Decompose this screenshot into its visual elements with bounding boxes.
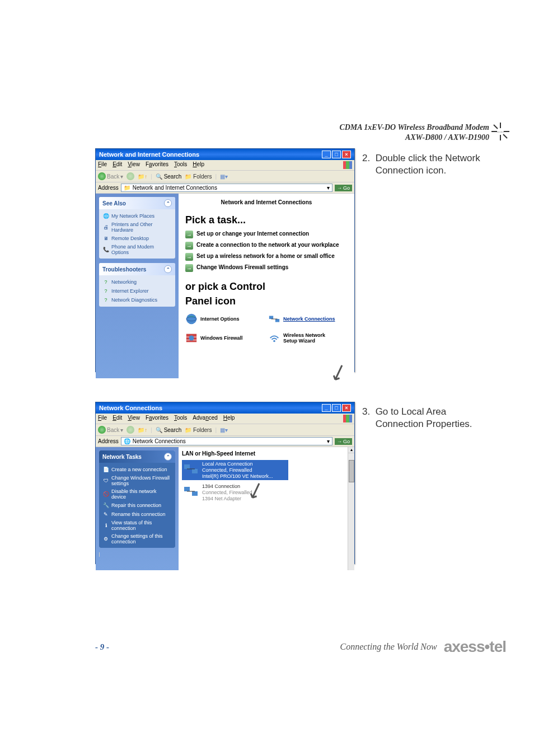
views-button[interactable]: ▦▾ bbox=[220, 427, 228, 433]
connection-device: Intel(R) PRO/100 VE Network... bbox=[202, 473, 273, 480]
sidebar-item-change-settings[interactable]: ⚙Change settings of this connection bbox=[102, 532, 172, 546]
sidebar-item-diagnostics[interactable]: ?Network Diagnostics bbox=[102, 295, 172, 304]
sidebar-scrollbar[interactable] bbox=[99, 552, 106, 557]
minimize-button[interactable]: _ bbox=[322, 151, 331, 158]
local-area-connection-item[interactable]: Local Area Connection Connected, Firewal… bbox=[182, 460, 288, 480]
content-scrollbar[interactable]: ▴ bbox=[348, 447, 354, 570]
sidebar: See Also ⌃ 🌐My Network Places 🖨Printers … bbox=[96, 194, 179, 378]
internet-options-icon[interactable]: Internet Options bbox=[185, 313, 252, 325]
arrow-icon: → bbox=[185, 231, 193, 238]
troubleshooters-header[interactable]: Troubleshooters ⌃ bbox=[99, 263, 175, 275]
folder-icon: 📁 bbox=[124, 185, 130, 191]
sidebar-item-remote[interactable]: 🖥Remote Desktop bbox=[102, 234, 172, 243]
network-connections-icon[interactable]: Network Connections bbox=[268, 313, 335, 325]
sidebar: Network Tasks ⌃ 📄Create a new connection… bbox=[96, 447, 179, 570]
collapse-icon[interactable]: ⌃ bbox=[164, 265, 172, 273]
connection-name: Local Area Connection bbox=[202, 461, 273, 467]
back-button[interactable]: Back ▾ bbox=[98, 426, 123, 434]
folders-button[interactable]: 📁 Folders bbox=[185, 427, 212, 433]
or-pick-heading-2: Panel icon bbox=[185, 295, 348, 308]
see-also-header[interactable]: See Also ⌃ bbox=[99, 197, 175, 209]
scroll-thumb[interactable] bbox=[349, 460, 354, 482]
sidebar-item-repair[interactable]: 🔧Repair this connection bbox=[102, 501, 172, 510]
connection-device: 1394 Net Adapter bbox=[202, 496, 252, 502]
titlebar[interactable]: Network Connections _ □ × bbox=[96, 402, 354, 414]
menu-file[interactable]: File bbox=[98, 415, 107, 422]
1394-connection-item[interactable]: 1394 Connection Connected, Firewalled 13… bbox=[182, 482, 288, 503]
up-button[interactable]: 📁↑ bbox=[138, 427, 147, 433]
sidebar-item-network-places[interactable]: 🌐My Network Places bbox=[102, 212, 172, 220]
wireless-wizard-icon[interactable]: Wireless Network Setup Wizard bbox=[268, 332, 335, 344]
step-2-instruction: 2. Double click the Network Connection i… bbox=[362, 152, 480, 177]
titlebar[interactable]: Network and Internet Connections _ □ × bbox=[96, 149, 354, 160]
task-workplace-connection[interactable]: →Create a connection to the network at y… bbox=[185, 242, 348, 250]
step-2-number: 2. bbox=[362, 153, 370, 163]
go-button[interactable]: → Go bbox=[335, 438, 352, 445]
wireless-icon bbox=[268, 332, 280, 344]
help-icon: ? bbox=[102, 288, 109, 294]
address-input[interactable]: 🌐 Network Connections ▾ bbox=[121, 437, 332, 445]
settings-icon: ⚙ bbox=[102, 536, 109, 542]
network-icon: 🌐 bbox=[124, 438, 130, 444]
menu-favorites[interactable]: Favorites bbox=[146, 415, 168, 422]
menu-help[interactable]: Help bbox=[223, 415, 235, 422]
sidebar-item-disable[interactable]: 🚫Disable this network device bbox=[102, 487, 172, 501]
toolbar: Back ▾ 📁↑ | 🔍 Search 📁 Folders | ▦▾ bbox=[96, 171, 354, 182]
menu-file[interactable]: File bbox=[98, 161, 107, 169]
menu-view[interactable]: View bbox=[128, 161, 140, 169]
menu-help[interactable]: Help bbox=[193, 161, 204, 169]
minimize-button[interactable]: _ bbox=[322, 404, 331, 412]
svg-rect-9 bbox=[269, 316, 273, 320]
collapse-icon[interactable]: ⌃ bbox=[164, 199, 172, 207]
control-panel-window: Network and Internet Connections _ □ × F… bbox=[95, 148, 355, 372]
up-button[interactable]: 📁↑ bbox=[138, 173, 147, 180]
sidebar-item-networking[interactable]: ?Networking bbox=[102, 278, 172, 287]
arrow-icon: → bbox=[185, 242, 193, 250]
svg-point-7 bbox=[186, 314, 196, 324]
sidebar-item-ie[interactable]: ?Internet Explorer bbox=[102, 287, 172, 295]
menu-tools[interactable]: Tools bbox=[174, 161, 187, 169]
globe-icon bbox=[185, 313, 198, 325]
document-header: CDMA 1xEV-DO Wireless Broadband Modem AX… bbox=[339, 123, 489, 142]
folders-button[interactable]: 📁 Folders bbox=[185, 173, 212, 180]
repair-icon: 🔧 bbox=[102, 502, 109, 509]
go-button[interactable]: → Go bbox=[335, 185, 352, 191]
sidebar-item-phone[interactable]: 📞Phone and Modem Options bbox=[102, 243, 172, 256]
task-wireless-network[interactable]: →Set up a wireless network for a home or… bbox=[185, 253, 348, 261]
sidebar-item-printers[interactable]: 🖨Printers and Other Hardware bbox=[102, 220, 172, 234]
firewall-icon: 🛡 bbox=[102, 477, 109, 484]
maximize-button[interactable]: □ bbox=[332, 151, 341, 158]
views-button[interactable]: ▦▾ bbox=[220, 173, 228, 180]
sidebar-item-rename[interactable]: ✎Rename this connection bbox=[102, 510, 172, 519]
menu-edit[interactable]: Edit bbox=[113, 415, 122, 422]
menu-edit[interactable]: Edit bbox=[113, 161, 122, 169]
search-button[interactable]: 🔍 Search bbox=[156, 427, 181, 433]
back-button[interactable]: Back ▾ bbox=[98, 172, 123, 180]
address-input[interactable]: 📁 Network and Internet Connections ▾ bbox=[121, 184, 332, 192]
menubar: File Edit View Favorites Tools Advanced … bbox=[96, 414, 354, 424]
sidebar-item-view-status[interactable]: ℹView status of this connection bbox=[102, 519, 172, 532]
see-also-panel: See Also ⌃ 🌐My Network Places 🖨Printers … bbox=[99, 197, 175, 259]
windows-firewall-icon[interactable]: Windows Firewall bbox=[185, 332, 252, 344]
menu-tools[interactable]: Tools bbox=[174, 415, 187, 422]
network-tasks-header[interactable]: Network Tasks ⌃ bbox=[99, 450, 175, 463]
forward-button[interactable] bbox=[127, 426, 134, 434]
close-button[interactable]: × bbox=[342, 404, 351, 412]
maximize-button[interactable]: □ bbox=[332, 404, 341, 412]
sidebar-item-create-connection[interactable]: 📄Create a new connection bbox=[102, 465, 172, 474]
document-footer: - 9 - Connecting the World Now axess•tel bbox=[95, 638, 506, 656]
task-firewall-settings[interactable]: →Change Windows Firewall settings bbox=[185, 264, 348, 272]
svg-rect-21 bbox=[192, 491, 198, 496]
menu-view[interactable]: View bbox=[128, 415, 140, 422]
sidebar-item-firewall[interactable]: 🛡Change Windows Firewall settings bbox=[102, 474, 172, 487]
connections-area: LAN or High-Speed Internet Local Area Co… bbox=[179, 447, 354, 570]
forward-button[interactable] bbox=[127, 172, 134, 180]
menu-advanced[interactable]: Advanced bbox=[193, 415, 217, 422]
task-setup-internet[interactable]: →Set up or change your Internet connecti… bbox=[185, 231, 348, 238]
collapse-icon[interactable]: ⌃ bbox=[164, 453, 172, 461]
pick-task-heading: Pick a task... bbox=[185, 214, 348, 226]
help-icon: ? bbox=[102, 297, 109, 303]
close-button[interactable]: × bbox=[342, 151, 351, 158]
search-button[interactable]: 🔍 Search bbox=[156, 173, 181, 180]
menu-favorites[interactable]: Favorites bbox=[146, 161, 168, 169]
